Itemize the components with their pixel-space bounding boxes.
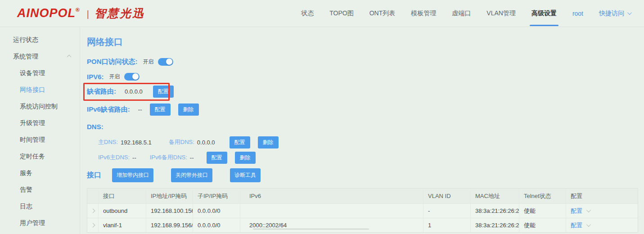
main-content: 网络接口 PON口访问状态: 开启 IPV6: 开启 缺省路由: 0.0.0.0… [80, 27, 644, 234]
chevron-down-icon [586, 222, 591, 227]
header-ipv6: IPv6 [240, 189, 423, 203]
tab-topo[interactable]: TOPO图 [329, 0, 353, 27]
cell-ip-mask: 192.168.99.156/24 [146, 218, 193, 232]
sidebar-item-network-interface[interactable]: 网络接口 [0, 81, 80, 98]
sidebar-item-running-status[interactable]: 运行状态 [0, 32, 80, 48]
primary-dns-value: 192.168.5.1 [121, 139, 152, 146]
cell-interface: outbound [99, 204, 146, 218]
cell-config: 配置 [566, 204, 638, 218]
ipv6-secondary-dns-value: -- [190, 154, 194, 161]
cell-config: 配置 [566, 218, 638, 232]
chevron-right-icon [90, 209, 95, 213]
expand-row-button[interactable] [87, 204, 99, 218]
config-link-label: 配置 [571, 221, 582, 230]
primary-dns-label: 主DNS: [98, 138, 118, 146]
registered-mark: ® [76, 7, 80, 13]
default-route-label: 缺省路由: [87, 87, 116, 96]
ipv6-primary-dns-value: -- [132, 154, 136, 161]
cell-sub-ip-mask: 0.0.0.0/0 [193, 204, 240, 218]
default-route-value: 0.0.0.0 [125, 88, 143, 95]
sidebar-item-services[interactable]: 服务 [0, 165, 80, 181]
brand-logo: AINOPOL® | 智慧光迅 [17, 6, 145, 21]
default-route-config-button[interactable]: 配置 [153, 86, 174, 98]
cell-sub-ip-mask: 0.0.0.0/0 [193, 218, 240, 232]
brand-tagline: 智慧光迅 [95, 6, 145, 21]
dns-ipv4-row: 主DNS: 192.168.5.1 备用DNS: 0.0.0.0 配置 删除 [87, 136, 644, 148]
dns-delete-button[interactable]: 删除 [258, 136, 279, 148]
tab-advanced-settings[interactable]: 高级设置 [531, 0, 557, 27]
header-interface: 接口 [99, 189, 146, 203]
sidebar-item-label: 系统管理 [13, 53, 38, 60]
chevron-down-icon [627, 10, 632, 15]
cell-mac: 38:3a:21:26:26:21 [471, 218, 519, 232]
chevron-down-icon [586, 208, 591, 212]
cell-telnet-status: 使能 [519, 218, 566, 232]
cell-interface: vlanif-1 [99, 218, 146, 232]
table-row-vlanif-1: vlanif-1 192.168.99.156/24 0.0.0.0/0 200… [87, 218, 638, 232]
ipv6-dns-delete-button[interactable]: 删除 [235, 152, 256, 164]
sidebar-item-logs[interactable]: 日志 [0, 198, 80, 215]
pon-access-toggle[interactable] [158, 58, 173, 66]
chevron-right-icon [90, 223, 95, 228]
interface-section-label: 接口 [87, 171, 101, 180]
sidebar-item-time-mgmt[interactable]: 时间管理 [0, 131, 80, 148]
close-outband-interface-button[interactable]: 关闭带外接口 [171, 168, 212, 182]
table-header-row: 接口 IP地址/IP掩码 子IP/IP掩码 IPv6 VLAN ID MAC地址… [87, 189, 638, 203]
add-inband-interface-button[interactable]: 增加带内接口 [112, 168, 153, 182]
sidebar-item-device-mgmt[interactable]: 设备管理 [0, 65, 80, 81]
brand-separator: | [87, 9, 89, 19]
top-navigation: 状态 TOPO图 ONT列表 模板管理 虚端口 VLAN管理 高级设置 root… [301, 0, 630, 27]
header-sub-ip-mask: 子IP/IP掩码 [193, 189, 240, 203]
sidebar-item-system-access-control[interactable]: 系统访问控制 [0, 98, 80, 115]
sidebar-item-scheduled-tasks[interactable]: 定时任务 [0, 148, 80, 165]
tab-status[interactable]: 状态 [301, 0, 314, 27]
interface-actions-row: 接口 增加带内接口 关闭带外接口 诊断工具 [87, 169, 644, 181]
quick-access-menu[interactable]: 快捷访问 [599, 9, 630, 18]
cell-ipv6 [240, 204, 423, 218]
row-config-dropdown[interactable]: 配置 [571, 207, 590, 215]
dns-section-row: DNS: [87, 121, 644, 132]
tab-virtual-port[interactable]: 虚端口 [452, 0, 471, 27]
pon-access-label: PON口访问状态: [87, 58, 138, 66]
ipv6-secondary-dns-label: IPv6备用DNS: [150, 153, 187, 162]
cell-ipv6: 2000::2002/64 [240, 218, 423, 232]
tab-template-mgmt[interactable]: 模板管理 [411, 0, 436, 27]
chevron-up-icon [67, 55, 72, 59]
header-expand [87, 189, 99, 203]
sidebar-item-user-mgmt[interactable]: 用户管理 [0, 215, 80, 231]
default-route-row: 缺省路由: 0.0.0.0 配置 [87, 86, 644, 97]
cell-ip-mask: 192.168.100.156/24 [146, 204, 193, 218]
username-link[interactable]: root [572, 10, 583, 17]
header-config: 配置 [566, 189, 638, 203]
header-telnet-status: Telnet状态 [519, 189, 566, 203]
ipv6-default-route-label: IPv6缺省路由: [87, 105, 130, 114]
ipv6-default-route-row: IPv6缺省路由: -- 配置 删除 [87, 104, 644, 115]
expand-row-button[interactable] [87, 218, 99, 232]
sidebar: 运行状态 系统管理 设备管理 网络接口 系统访问控制 升级管理 时间管理 定时任… [0, 27, 80, 234]
dns-config-button[interactable]: 配置 [230, 136, 250, 148]
header-mac: MAC地址 [471, 189, 519, 203]
ipv6-toggle[interactable] [124, 73, 140, 81]
horizontal-scrollbar-thumb[interactable] [253, 229, 369, 230]
tab-ont-list[interactable]: ONT列表 [369, 0, 396, 27]
brand-name: AINOPOL [17, 6, 76, 20]
ipv6-default-route-config-button[interactable]: 配置 [150, 104, 171, 116]
dns-ipv6-row: IPv6主DNS: -- IPv6备用DNS: -- 配置 删除 [87, 152, 644, 163]
row-config-dropdown[interactable]: 配置 [571, 221, 590, 230]
secondary-dns-label: 备用DNS: [169, 138, 194, 146]
sidebar-item-alarms[interactable]: 告警 [0, 181, 80, 198]
ipv6-dns-config-button[interactable]: 配置 [207, 152, 227, 164]
sidebar-item-upgrade-mgmt[interactable]: 升级管理 [0, 115, 80, 131]
ipv6-row: IPV6: 开启 [87, 71, 644, 82]
cell-telnet-status: 使能 [519, 204, 566, 218]
config-link-label: 配置 [571, 207, 582, 215]
cell-vlan-id: - [423, 204, 471, 218]
diagnostic-tools-button[interactable]: 诊断工具 [230, 168, 261, 182]
dns-label: DNS: [87, 123, 104, 130]
sidebar-item-system-mgmt[interactable]: 系统管理 [0, 48, 80, 65]
tab-vlan-mgmt[interactable]: VLAN管理 [486, 0, 516, 27]
ipv6-default-route-value: -- [138, 106, 142, 113]
ipv6-default-route-delete-button[interactable]: 删除 [178, 104, 199, 116]
cell-mac: 38:3a:21:26:26:20 [471, 204, 519, 218]
pon-access-state: 开启 [143, 58, 154, 66]
